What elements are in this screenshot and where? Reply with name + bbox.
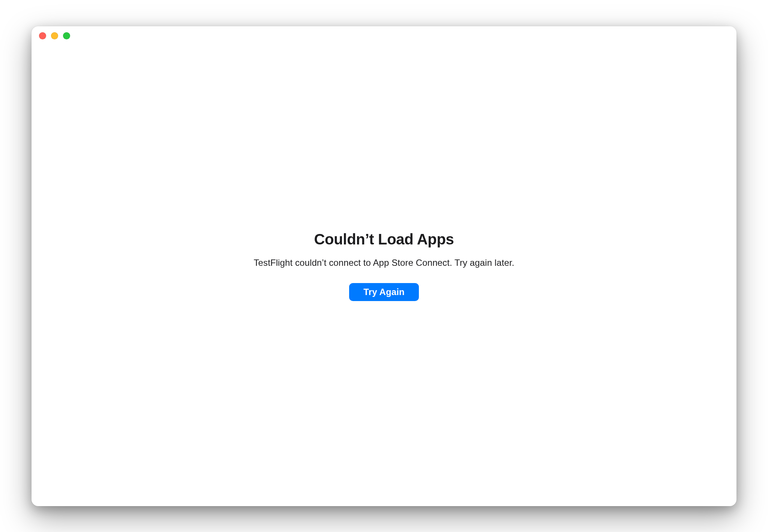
minimize-window-button[interactable] [51, 32, 58, 39]
error-title: Couldn’t Load Apps [314, 231, 454, 248]
try-again-button[interactable]: Try Again [349, 283, 418, 301]
error-message: TestFlight couldn’t connect to App Store… [254, 258, 514, 268]
app-window: Couldn’t Load Apps TestFlight couldn’t c… [32, 26, 736, 506]
close-window-button[interactable] [39, 32, 46, 39]
content-area: Couldn’t Load Apps TestFlight couldn’t c… [32, 46, 736, 506]
maximize-window-button[interactable] [63, 32, 70, 39]
titlebar [32, 26, 736, 46]
